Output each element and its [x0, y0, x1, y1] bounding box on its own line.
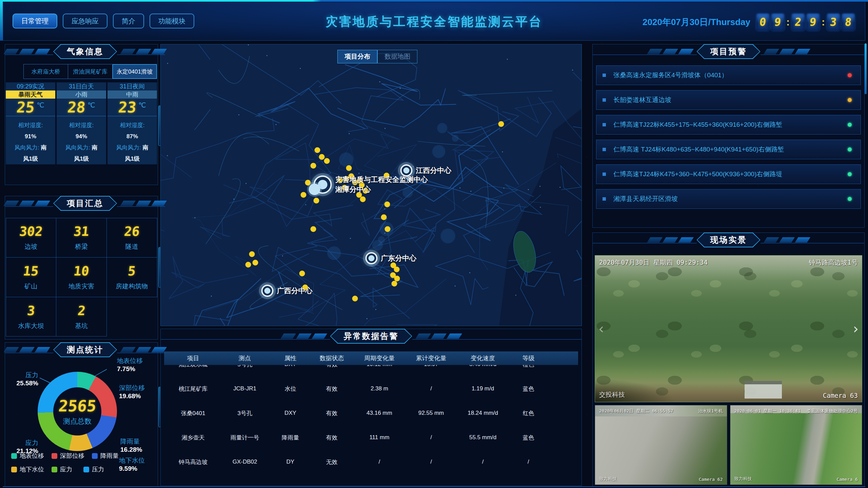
summary-cell: 10地质灾害: [56, 257, 107, 297]
top-left-accent: [0, 0, 3, 41]
weather-tab-3[interactable]: 永定0401滑坡: [113, 64, 157, 79]
table-row[interactable]: 桃江尾矿库JCB-JR1水位有效2.38 m/1.19 m/d蓝色: [164, 377, 578, 401]
center-marker[interactable]: 广西分中心: [261, 285, 313, 297]
warning-item-1[interactable]: 张桑高速永定服务区4号滑坡体（0401）: [596, 65, 861, 85]
title-deco-left: [5, 200, 53, 207]
map-tab-1[interactable]: 项目分布: [337, 50, 377, 63]
nav-button-4[interactable]: 功能模块: [150, 14, 194, 28]
project-dot[interactable]: [314, 147, 320, 153]
camera-thumb-1[interactable]: 2020年06月02日 星期二 06:55:57 治水坝1号机 致力科技 Cam…: [595, 405, 727, 485]
project-dot[interactable]: [384, 202, 390, 207]
title-deco-right: [761, 48, 865, 55]
alarm-table-rows: 湘江欢乐城5号孔DXY有效10.12 mm15.975.46 mm/d橙色桃江尾…: [164, 365, 578, 484]
main-camera-view[interactable]: 2020年07月30日 星期四 09:29:34 钟马路高边坡1号 交投科技 C…: [595, 255, 862, 402]
summary-cell: 26隧道: [106, 218, 157, 258]
project-dot[interactable]: [346, 165, 352, 171]
project-dot[interactable]: [384, 226, 390, 232]
table-cell: 8.86 mm: [353, 483, 407, 484]
summary-cell-empty: [106, 297, 157, 337]
project-dot[interactable]: [311, 163, 316, 168]
table-row[interactable]: 湘乡壶天雨量计一号降雨量有效111 mm/55.5 mm/d蓝色: [164, 425, 578, 450]
summary-title-text: 项目汇总: [53, 196, 117, 211]
table-cell: 桃江尾矿库: [166, 385, 220, 393]
legend-item[interactable]: 深部位移: [52, 452, 84, 460]
project-dot[interactable]: [300, 192, 306, 198]
weather-badge: 气象信息: [53, 44, 117, 59]
donut-label-降雨量: 降雨量16.28%: [120, 438, 142, 454]
next-camera-arrow[interactable]: ›: [853, 322, 859, 336]
summary-label: 水库大坝: [18, 322, 44, 330]
legend-item[interactable]: 地下水位: [11, 465, 44, 473]
donut-label-地下水位: 地下水位9.59%: [119, 456, 145, 473]
table-row[interactable]: 张桑04013号孔DXY有效43.16 mm92.55 mm18.24 mm/d…: [164, 401, 578, 425]
legend-item[interactable]: 压力: [83, 465, 108, 473]
warning-text: 长韶娄道林互通边坡: [613, 96, 848, 104]
header-right: 2020年07月30日/Thursday 09:29:38: [643, 14, 855, 30]
table-cell: 张桑0401: [166, 483, 220, 484]
summary-value: 10: [73, 264, 90, 279]
project-warning-panel: 项目预警 张桑高速永定服务区4号滑坡体（0401）长韶娄道林互通边坡仁博高速TJ…: [592, 44, 865, 228]
warning-item-6[interactable]: 湘潭县天易经开区滑坡: [596, 189, 861, 209]
project-dot[interactable]: [498, 121, 504, 127]
weather-tab-1[interactable]: 水府庙大桥: [24, 64, 68, 79]
warning-item-2[interactable]: 长韶娄道林互通边坡: [596, 90, 861, 110]
center-marker[interactable]: 灾害地质与工程安全监测中心湘潭分中心: [314, 175, 428, 194]
table-cell: 蓝色: [510, 483, 547, 484]
project-dot[interactable]: [245, 262, 251, 267]
table-cell: 降雨量: [270, 434, 311, 442]
legend-item[interactable]: 降雨量: [92, 452, 119, 460]
table-cell: 有效: [311, 409, 352, 417]
warning-item-3[interactable]: 仁博高速TJ22标K455+175~K455+360(K916+200)右侧路堑: [596, 115, 861, 135]
table-cell: /: [406, 434, 456, 441]
project-dot[interactable]: [381, 214, 387, 220]
table-cell: 橙色: [510, 365, 547, 368]
center-marker[interactable]: 广东分中心: [365, 252, 416, 264]
title-deco-left: [5, 48, 53, 55]
project-dot[interactable]: [311, 226, 316, 232]
warning-item-4[interactable]: 仁博高速 TJ24标K480+635~K480+940(K941+650)右侧路…: [596, 140, 861, 159]
project-dot[interactable]: [319, 154, 325, 160]
table-cell: 湘江欢乐城: [166, 365, 220, 368]
nav-button-3[interactable]: 简介: [113, 14, 144, 28]
nav-button-2[interactable]: 应急响应: [63, 14, 107, 28]
project-dot[interactable]: [324, 158, 330, 164]
summary-label: 房建构筑物: [116, 282, 148, 291]
warning-item-5[interactable]: 仁博高速TJ24标K475+360~K475+500(K936+300)右侧路堤: [596, 164, 861, 184]
summary-cell: 3水库大坝: [6, 297, 57, 337]
map-tab-2[interactable]: 数据地图: [377, 50, 417, 63]
prev-camera-arrow[interactable]: ‹: [598, 322, 604, 336]
project-dot[interactable]: [360, 196, 366, 202]
left-column: 气象信息 水府庙大桥滑油洞尾矿库永定0401滑坡 09:29实况暴雨天气25℃相…: [5, 43, 158, 487]
project-dot[interactable]: [394, 267, 400, 272]
project-dot[interactable]: [314, 198, 319, 203]
weather-columns: 09:29实况暴雨天气25℃相对湿度: 91%风向风力: 南风1级31日白天小雨…: [6, 82, 157, 164]
summary-cell: 31桥梁: [56, 218, 107, 258]
nav-button-1[interactable]: 日常管理: [13, 14, 57, 28]
table-row[interactable]: 湘江欢乐城5号孔DXY有效10.12 mm15.975.46 mm/d橙色: [164, 365, 578, 377]
project-dot[interactable]: [253, 260, 258, 266]
title-deco-right: [761, 237, 865, 243]
table-row[interactable]: 钟马高边坡GX-DB02DY无效////: [164, 450, 578, 474]
table-row[interactable]: 张桑0401ZS0401-DB1DXY有效8.86 mm23.16mm3.83 …: [164, 474, 578, 484]
camera-brand: 交投科技: [599, 390, 625, 399]
camera-thumb-2[interactable]: 2020-06-01 星期一 10:36:41 娄底固体废物处理中心2号 致力科…: [730, 405, 863, 485]
thumb2-brand: 致力科技: [734, 476, 752, 482]
project-dot[interactable]: [299, 271, 305, 277]
project-dot[interactable]: [352, 296, 358, 302]
bullet-icon: [603, 74, 606, 77]
summary-value: 302: [19, 224, 43, 239]
right-scroll-bar[interactable]: [865, 43, 867, 94]
table-cell: 有效: [311, 385, 352, 393]
project-dot[interactable]: [305, 180, 311, 186]
legend-item[interactable]: 应力: [52, 465, 76, 473]
weather-tab-2[interactable]: 滑油洞尾矿库: [68, 64, 113, 79]
weather-condition: 中雨: [107, 90, 157, 99]
summary-value: 5: [127, 264, 137, 279]
weather-time: 09:29实况: [6, 82, 55, 90]
project-dot[interactable]: [391, 281, 397, 286]
table-cell: 有效: [311, 365, 352, 368]
weather-title-text: 气象信息: [53, 44, 117, 59]
table-cell: 15.97: [406, 365, 456, 368]
summary-label: 基坑: [75, 322, 88, 330]
project-dot[interactable]: [249, 251, 255, 257]
